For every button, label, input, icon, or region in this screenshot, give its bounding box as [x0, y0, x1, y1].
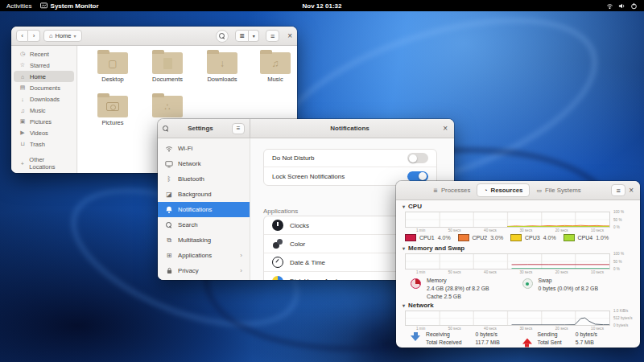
- settings-item-label: Background: [178, 191, 212, 198]
- chevron-right-icon: ›: [240, 252, 242, 259]
- search-button[interactable]: [216, 30, 229, 43]
- settings-item-label: Privacy: [178, 267, 199, 274]
- memory-cache-value: Cache 2.5 GB: [427, 294, 461, 299]
- folder-downloads[interactable]: ↓ Downloads: [197, 49, 247, 83]
- sidebar-item-pictures[interactable]: ▣Pictures: [14, 116, 74, 127]
- view-options-caret-button[interactable]: ▾: [249, 30, 259, 42]
- sidebar-item-other-locations[interactable]: +Other Locations: [14, 158, 74, 169]
- cpu-value: 3.0%: [490, 235, 503, 241]
- path-caret-icon: ▾: [74, 33, 76, 39]
- sidebar-item-recent[interactable]: ◷Recent: [14, 48, 74, 60]
- app-row-label: Disk Usage Analyzer: [290, 278, 349, 280]
- settings-item-wifi[interactable]: Wi-Fi: [158, 141, 250, 156]
- folder-music[interactable]: ♫ Music: [250, 49, 297, 83]
- sidebar-item-downloads[interactable]: ↓Downloads: [14, 93, 74, 105]
- volume-icon: [618, 2, 625, 10]
- settings-search-icon[interactable]: [163, 125, 169, 132]
- settings-item-bluetooth[interactable]: ᛒ Bluetooth: [158, 171, 250, 187]
- forward-button[interactable]: ›: [28, 30, 40, 42]
- memory-section-title: Memory and Swap: [408, 245, 464, 252]
- total-sent-value: 5.7 MiB: [576, 339, 594, 345]
- disclosure-triangle-icon: ▾: [402, 245, 405, 251]
- settings-sidebar-headerbar: Settings ≡: [158, 119, 250, 138]
- back-button[interactable]: ‹: [16, 30, 28, 42]
- cpu-name: CPU2: [473, 235, 488, 241]
- lock-screen-notifications-toggle[interactable]: [407, 171, 428, 182]
- path-bar[interactable]: ⌂ Home ▾: [43, 30, 82, 42]
- y-tick: 1.0 KiB/s: [613, 309, 638, 313]
- chevron-right-icon: ›: [240, 267, 242, 274]
- music-note-glyph: ♫: [260, 52, 291, 74]
- settings-item-network[interactable]: Network: [158, 156, 250, 171]
- cpu1-legend-item[interactable]: CPU14.0%: [405, 234, 458, 241]
- folder-pictures[interactable]: Pictures: [88, 93, 138, 126]
- memory-section-header[interactable]: ▾ Memory and Swap: [402, 245, 464, 252]
- tab-processes[interactable]: ≣ Processes: [427, 183, 477, 197]
- x-tick: 40 secs: [484, 228, 497, 232]
- folder-label: Downloads: [197, 76, 247, 83]
- settings-close-button[interactable]: ×: [443, 124, 448, 133]
- y-tick: 0 bytes/s: [613, 323, 638, 327]
- sidebar-item-starred[interactable]: ☆Starred: [14, 60, 74, 71]
- sidebar-item-documents[interactable]: ▤Documents: [14, 82, 74, 93]
- settings-item-privacy[interactable]: Privacy ›: [158, 263, 250, 278]
- do-not-disturb-row[interactable]: Do Not Disturb: [264, 150, 436, 167]
- system-tray[interactable]: [606, 2, 644, 10]
- settings-item-background[interactable]: ◪ Background: [158, 187, 250, 202]
- settings-item-multitasking[interactable]: ⧉ Multitasking: [158, 232, 250, 248]
- sidebar-item-trash[interactable]: ⊔Trash: [14, 138, 74, 150]
- app-row-label: Clocks: [290, 222, 309, 229]
- do-not-disturb-toggle[interactable]: [407, 153, 428, 163]
- sysmon-close-button[interactable]: ×: [629, 186, 634, 195]
- x-tick: 30 secs: [519, 228, 532, 232]
- sidebar-item-label: Trash: [30, 141, 45, 148]
- y-tick: 512 bytes/s: [613, 316, 638, 320]
- share-glyph: ∴: [152, 96, 183, 117]
- sysmon-menu-button[interactable]: ≡: [611, 184, 625, 196]
- home-icon: ⌂: [49, 32, 53, 39]
- tab-resources[interactable]: ◔ Resources: [477, 183, 530, 197]
- folder-desktop[interactable]: ▢ Desktop: [88, 49, 138, 83]
- tab-file-systems[interactable]: ▭ File Systems: [530, 183, 587, 197]
- cpu3-legend-item[interactable]: CPU34.0%: [510, 234, 564, 241]
- disclosure-triangle-icon: ▾: [402, 302, 405, 308]
- sysmon-headerbar: ≣ Processes ◔ Resources ▭ File Systems ≡…: [396, 181, 640, 200]
- top-bar: Activities System Monitor Nov 12 01:32: [0, 0, 644, 11]
- sidebar-item-videos[interactable]: ▶Videos: [14, 127, 74, 138]
- x-tick: 50 secs: [448, 228, 461, 232]
- cpu2-legend-item[interactable]: CPU23.0%: [458, 234, 511, 241]
- network-section-header[interactable]: ▾ Network: [402, 302, 434, 309]
- cpu-name: CPU4: [578, 235, 593, 241]
- settings-item-applications[interactable]: ⊞ Applications ›: [158, 248, 250, 263]
- sending-rate: 0 bytes/s: [576, 331, 597, 337]
- settings-title: Settings: [169, 125, 232, 132]
- folder-documents[interactable]: Documents: [142, 49, 192, 83]
- processes-list-icon: ≣: [433, 187, 438, 194]
- sidebar-item-home[interactable]: ⌂Home: [14, 71, 74, 82]
- y-tick: 100 %: [613, 252, 638, 256]
- y-tick: 0 %: [613, 225, 638, 229]
- power-icon: [630, 2, 638, 10]
- sending-label: Sending: [538, 331, 558, 337]
- cpu4-legend-item[interactable]: CPU41.0%: [564, 234, 617, 241]
- cpu-x-axis: 1 min 50 secs 40 secs 30 secs 20 secs 10…: [405, 228, 610, 232]
- settings-item-search[interactable]: Search: [158, 217, 250, 232]
- cpu-section-header[interactable]: ▾ CPU: [402, 203, 422, 210]
- settings-sidebar-menu-button[interactable]: ≡: [232, 123, 245, 134]
- trash-icon: ⊔: [19, 141, 26, 147]
- cpu-chart: [405, 212, 610, 228]
- list-view-button[interactable]: ≣: [235, 30, 249, 42]
- settings-item-label: Multitasking: [178, 237, 211, 244]
- settings-item-label: Notifications: [178, 206, 212, 213]
- files-close-button[interactable]: ×: [287, 31, 292, 40]
- clock[interactable]: Nov 12 01:32: [0, 2, 644, 10]
- app-row-label: Color: [290, 241, 305, 248]
- files-headerbar: ‹ › ⌂ Home ▾ ≣ ▾ ≡ ×: [11, 27, 297, 46]
- files-menu-button[interactable]: ≡: [266, 30, 279, 42]
- cpu2-swatch: [458, 234, 469, 241]
- tab-label: File Systems: [545, 187, 581, 194]
- settings-panel-title: Notifications: [257, 125, 443, 132]
- sidebar-item-music[interactable]: ♫Music: [14, 105, 74, 116]
- desktop-glyph: ▢: [97, 52, 128, 74]
- settings-item-notifications[interactable]: Notifications: [158, 202, 250, 217]
